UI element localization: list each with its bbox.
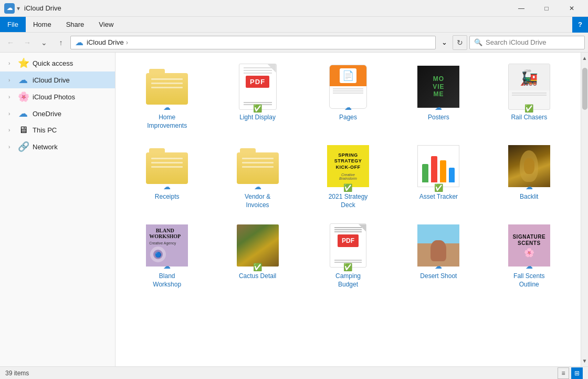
view-controls: ≡ ⊞ [558,367,583,379]
path-text: iCloud Drive [87,38,124,46]
up-button[interactable]: ↑ [54,35,68,50]
scroll-up-arrow[interactable]: ▲ [581,54,588,63]
sync-icon: ✅ [253,263,262,271]
title-bar-dropdown[interactable]: ▾ [17,5,20,12]
cloud-sync-icon: ☁ [163,103,171,111]
file-item-desert-shoot[interactable]: ☁ Desert Shoot [395,218,481,293]
thumb-fall-scents: SIGNATURESCENTS 🌸 ☁ [506,222,553,269]
file-label-pages: Pages [339,114,357,122]
menu-file[interactable]: File [0,17,26,32]
sync-icon: ✅ [253,104,262,112]
menu-share[interactable]: Share [59,17,92,32]
help-button[interactable]: ? [572,17,588,33]
sidebar-item-quick-access[interactable]: › ⭐ Quick access [0,55,115,71]
file-item-bland-workshop[interactable]: BLANDWORKSHOP Creative Agency 🔵 ☁ BlandW… [124,218,210,293]
sidebar-item-network[interactable]: › 🔗 Network [0,138,115,155]
menu-bar: File Home Share View ? [0,17,588,33]
path-dropdown-button[interactable]: ⌄ [438,36,450,49]
search-icon: 🔍 [474,38,482,46]
details-view-button[interactable]: ≡ [558,367,569,379]
sync-icon: ✅ [434,183,443,192]
file-item-home-improvements[interactable]: ☁ HomeImprovements [124,59,210,134]
file-label-cactus-detail: Cactus Detail [239,272,276,281]
file-label-receipts: Receipts [155,193,180,201]
cloud-sync-icon: ☁ [435,262,442,270]
back-button[interactable]: ← [3,35,18,50]
grid-view-button[interactable]: ⊞ [571,367,583,379]
file-item-fall-scents[interactable]: SIGNATURESCENTS 🌸 ☁ Fall ScentsOutline [486,218,572,293]
file-label-light-display: Light Display [239,114,276,122]
expand-icon: › [8,77,16,83]
thumb-backlit: ☁ [506,142,553,190]
onedrive-icon: ☁ [18,108,28,119]
file-item-vendor-invoices[interactable]: ☁ Vendor &Invoices [214,138,300,213]
file-item-receipts[interactable]: ☁ Receipts [124,138,210,213]
cloud-sync-icon: ☁ [254,182,261,191]
sidebar-item-this-pc[interactable]: › 🖥 This PC [0,122,115,138]
file-item-backlit[interactable]: ☁ Backlit [486,138,572,213]
thumb-camping-budget: PDF ✅ [324,222,372,269]
file-item-rail-chasers[interactable]: 🚂 ✅ Rail Chasers [486,59,572,134]
file-item-asset-tracker[interactable]: ✅ Asset Tracker [395,138,481,213]
sidebar-label-quick-access: Quick access [33,59,73,67]
expand-icon: › [8,144,16,150]
scrollbar-track[interactable] [582,63,587,356]
file-label-fall-scents: Fall ScentsOutline [513,272,544,289]
expand-icon: › [8,94,16,100]
item-count: 39 items [5,370,29,377]
sidebar: › ⭐ Quick access › ☁ iCloud Drive › 🌸 iC… [0,53,116,366]
file-label-bland-workshop: BlandWorkshop [153,272,181,289]
expand-icon: › [8,127,16,133]
content-area: ☁ HomeImprovements PDF [116,53,581,366]
forward-button[interactable]: → [20,35,35,50]
file-item-cactus-detail[interactable]: ✅ Cactus Detail [214,218,300,293]
file-item-strategy-deck[interactable]: SPRINGSTRATEGYKICK-OFF CreativeBrainstor… [305,138,391,213]
sidebar-label-icloud-photos: iCloud Photos [33,93,75,101]
sidebar-item-icloud-drive[interactable]: › ☁ iCloud Drive [0,71,115,88]
thumb-light-display: PDF ✅ [234,63,281,110]
file-item-pages[interactable]: 📄 ☁ Pages [305,59,391,134]
address-bar: ← → ⌄ ↑ ☁ iCloud Drive › ⌄ ↻ 🔍 [0,33,588,53]
address-path[interactable]: ☁ iCloud Drive › [70,36,436,49]
menu-home[interactable]: Home [26,17,59,32]
sidebar-label-icloud-drive: iCloud Drive [33,76,70,84]
file-item-posters[interactable]: MOVIEME ☁ Posters [395,59,481,134]
menu-view[interactable]: View [91,17,121,32]
this-pc-icon: 🖥 [18,125,28,136]
file-label-camping-budget: CampingBudget [335,272,361,289]
thumb-rail-chasers: 🚂 ✅ [506,63,553,110]
thumb-vendor-invoices: ☁ [234,142,281,190]
recent-locations-button[interactable]: ⌄ [37,35,51,50]
sync-icon: ✅ [343,263,352,271]
file-grid: ☁ HomeImprovements PDF [124,59,572,293]
file-label-rail-chasers: Rail Chasers [511,114,547,122]
cloud-sync-icon: ☁ [526,182,533,191]
close-button[interactable]: ✕ [560,0,584,17]
sidebar-item-icloud-photos[interactable]: › 🌸 iCloud Photos [0,88,115,105]
minimize-button[interactable]: — [509,0,533,17]
refresh-button[interactable]: ↻ [453,35,467,50]
thumb-bland-workshop: BLANDWORKSHOP Creative Agency 🔵 ☁ [143,222,191,269]
sidebar-label-network: Network [33,143,58,151]
scroll-down-arrow[interactable]: ▼ [581,356,588,365]
main-layout: › ⭐ Quick access › ☁ iCloud Drive › 🌸 iC… [0,53,588,366]
cloud-sync-icon: ☁ [526,262,533,270]
status-bar: 39 items ≡ ⊞ [0,366,588,379]
thumb-strategy-deck: SPRINGSTRATEGYKICK-OFF CreativeBrainstor… [324,142,372,190]
sidebar-label-this-pc: This PC [33,126,57,134]
scrollbar[interactable]: ▲ ▼ [581,53,588,366]
thumb-receipts: ☁ [143,142,191,190]
sidebar-item-onedrive[interactable]: › ☁ OneDrive [0,105,115,122]
search-input[interactable] [486,38,575,46]
file-label-desert-shoot: Desert Shoot [420,272,457,281]
search-box[interactable]: 🔍 [469,36,585,49]
thumb-desert-shoot: ☁ [415,222,462,269]
cloud-sync-icon: ☁ [344,103,352,111]
file-item-light-display[interactable]: PDF ✅ Light Display [214,59,300,134]
file-item-camping-budget[interactable]: PDF ✅ CampingBudget [305,218,391,293]
maximize-button[interactable]: □ [534,0,559,17]
file-label-vendor-invoices: Vendor &Invoices [245,193,270,209]
network-icon: 🔗 [18,141,28,152]
file-label-asset-tracker: Asset Tracker [419,193,458,201]
scrollbar-thumb[interactable] [582,68,587,110]
